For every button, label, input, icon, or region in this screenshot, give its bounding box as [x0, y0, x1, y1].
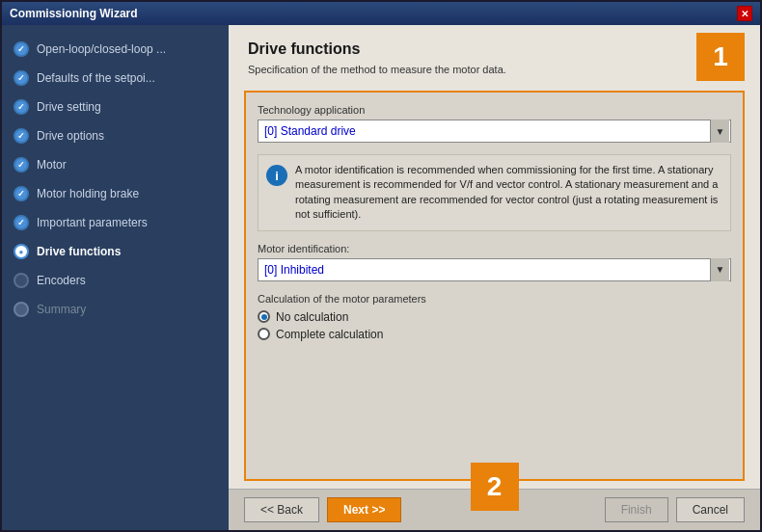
- sidebar-label-important-parameters: Important parameters: [37, 216, 148, 229]
- content-area: Open-loop/closed-loop ... Defaults of th…: [2, 25, 760, 530]
- sidebar-label-summary: Summary: [37, 303, 86, 316]
- sidebar-label-drive-functions: Drive functions: [37, 245, 121, 258]
- check-icon-motor-holding-brake: [14, 186, 29, 201]
- info-box: i A motor identification is recommended …: [258, 154, 731, 231]
- sidebar-label-open-loop: Open-loop/closed-loop ...: [37, 42, 166, 56]
- motor-id-section: Motor identification: [0] Inhibited [1] …: [258, 243, 731, 281]
- window-title: Commissioning Wizard: [10, 7, 138, 20]
- sidebar-label-drive-options: Drive options: [37, 129, 104, 143]
- next-button[interactable]: Next >>: [327, 497, 401, 522]
- sidebar-item-motor-holding-brake[interactable]: Motor holding brake: [2, 179, 229, 208]
- sidebar-item-encoders[interactable]: Encoders: [2, 266, 229, 295]
- technology-dropdown-wrapper: [0] Standard drive [1] Option 1 [2] Opti…: [258, 120, 731, 143]
- step-badge-2: 2: [471, 463, 519, 511]
- motor-id-dropdown[interactable]: [0] Inhibited [1] Option 1 [2] Option 2: [258, 258, 731, 281]
- radio-no-calculation[interactable]: No calculation: [258, 310, 731, 324]
- calculation-section: Calculation of the motor parameters No c…: [258, 293, 731, 341]
- check-icon-motor: [14, 157, 29, 173]
- sidebar-item-summary[interactable]: Summary: [2, 295, 229, 324]
- info-text: A motor identification is recommended wh…: [295, 163, 722, 223]
- radio-btn-no-calculation[interactable]: [258, 310, 270, 323]
- button-bar: 2 << Back Next >> Finish Cancel: [229, 489, 760, 530]
- close-button[interactable]: ✕: [737, 6, 752, 21]
- motor-id-dropdown-wrapper: [0] Inhibited [1] Option 1 [2] Option 2 …: [258, 258, 731, 281]
- info-icon: i: [266, 165, 287, 186]
- technology-label: Technology application: [258, 104, 731, 116]
- radio-btn-complete-calculation[interactable]: [258, 328, 270, 340]
- header-wrapper: Drive functions Specification of the met…: [229, 25, 760, 83]
- page-title: Drive functions: [248, 40, 741, 58]
- sidebar-label-motor: Motor: [37, 158, 67, 172]
- main-panel: Drive functions Specification of the met…: [229, 25, 760, 530]
- commissioning-wizard-window: Commissioning Wizard ✕ Open-loop/closed-…: [0, 0, 762, 532]
- technology-dropdown[interactable]: [0] Standard drive [1] Option 1 [2] Opti…: [258, 120, 731, 143]
- calculation-title: Calculation of the motor parameters: [258, 293, 731, 305]
- sidebar-label-drive-setting: Drive setting: [37, 100, 101, 114]
- main-header: Drive functions Specification of the met…: [229, 25, 760, 83]
- sidebar: Open-loop/closed-loop ... Defaults of th…: [2, 25, 229, 530]
- inactive-icon-summary: [14, 302, 29, 317]
- sidebar-item-open-loop[interactable]: Open-loop/closed-loop ...: [2, 35, 229, 64]
- sidebar-label-encoders: Encoders: [37, 274, 86, 287]
- finish-button[interactable]: Finish: [605, 497, 668, 522]
- check-icon-open-loop: [14, 41, 29, 57]
- sidebar-item-defaults[interactable]: Defaults of the setpoi...: [2, 64, 229, 93]
- radio-label-no-calculation: No calculation: [276, 310, 348, 324]
- step-badge-1: 1: [696, 33, 745, 81]
- motor-id-label: Motor identification:: [258, 243, 731, 254]
- sidebar-item-drive-setting[interactable]: Drive setting: [2, 93, 229, 121]
- radio-label-complete-calculation: Complete calculation: [276, 328, 383, 341]
- radio-complete-calculation[interactable]: Complete calculation: [258, 328, 731, 341]
- check-icon-drive-setting: [14, 99, 29, 115]
- sidebar-item-drive-functions[interactable]: Drive functions: [2, 237, 229, 266]
- active-icon-drive-functions: [14, 244, 29, 259]
- check-icon-defaults: [14, 70, 29, 86]
- check-icon-important-parameters: [14, 215, 29, 230]
- sidebar-label-motor-holding-brake: Motor holding brake: [37, 187, 139, 200]
- page-subtitle: Specification of the method to measure t…: [248, 64, 741, 75]
- sidebar-item-important-parameters[interactable]: Important parameters: [2, 208, 229, 237]
- check-icon-drive-options: [14, 128, 29, 144]
- title-bar: Commissioning Wizard ✕: [2, 2, 760, 25]
- back-button[interactable]: << Back: [244, 497, 319, 522]
- sidebar-item-motor[interactable]: Motor: [2, 150, 229, 179]
- sidebar-label-defaults: Defaults of the setpoi...: [37, 71, 155, 85]
- content-box: Technology application [0] Standard driv…: [244, 91, 745, 481]
- inactive-icon-encoders: [14, 273, 29, 288]
- sidebar-item-drive-options[interactable]: Drive options: [2, 121, 229, 150]
- cancel-button[interactable]: Cancel: [676, 497, 745, 522]
